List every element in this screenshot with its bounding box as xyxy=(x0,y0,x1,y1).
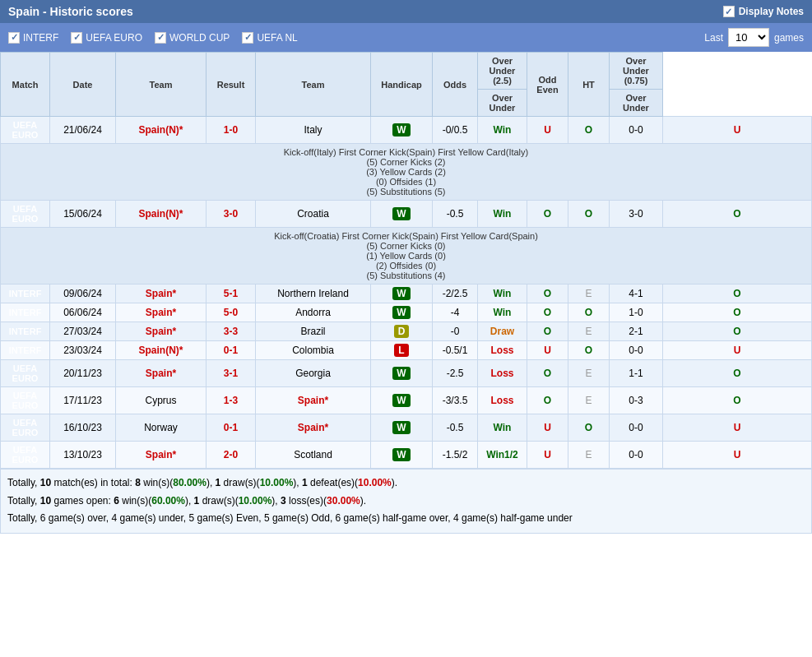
ou25-cell: O xyxy=(527,322,568,341)
last-label: Last xyxy=(704,32,723,44)
handicap-cell: -2/2.5 xyxy=(433,285,478,303)
display-notes-section[interactable]: ✓ Display Notes xyxy=(723,6,804,17)
col-ou075-sub: OverUnder xyxy=(610,90,663,117)
uefa-nl-label: UEFA NL xyxy=(257,32,297,44)
wdl-cell: W xyxy=(371,285,433,303)
team1-cell: Spain* xyxy=(116,285,206,303)
date-cell: 20/11/23 xyxy=(50,360,116,387)
handicap-cell: -0.5/1 xyxy=(433,341,478,360)
date-cell: 21/06/24 xyxy=(50,117,116,144)
odds-cell: Loss xyxy=(478,360,527,387)
match-type-cell: UEFA EURO xyxy=(1,387,50,414)
world-cup-label: WORLD CUP xyxy=(169,32,230,44)
filter-bar: ✓ INTERF ✓ UEFA EURO ✓ WORLD CUP ✓ UEFA … xyxy=(0,23,812,52)
date-cell: 09/06/24 xyxy=(50,285,116,303)
team2-cell: Northern Ireland xyxy=(256,285,371,303)
odds-cell: Win xyxy=(478,117,527,144)
table-row: UEFA EURO 17/11/23 Cyprus 1-3 Spain* W -… xyxy=(1,387,812,414)
ou075-cell: O xyxy=(663,201,812,228)
match-type-cell: INTERF xyxy=(1,322,50,341)
ou25-cell: U xyxy=(527,442,568,469)
col-odd-even: Odd Even xyxy=(527,53,568,117)
col-ou075: Over Under (0.75) xyxy=(610,53,663,90)
ou075-cell: O xyxy=(663,303,812,322)
date-cell: 17/11/23 xyxy=(50,387,116,414)
ht-cell: 1-1 xyxy=(610,360,663,387)
team2-cell: Colombia xyxy=(256,341,371,360)
ou075-cell: U xyxy=(663,341,812,360)
handicap-cell: -2.5 xyxy=(433,360,478,387)
world-cup-checkbox[interactable]: ✓ xyxy=(155,32,166,44)
col-odds: Odds xyxy=(433,53,478,117)
handicap-cell: -0.5 xyxy=(433,414,478,442)
date-cell: 06/06/24 xyxy=(50,303,116,322)
ou25-cell: U xyxy=(527,117,568,144)
uefa-nl-checkbox[interactable]: ✓ xyxy=(242,32,253,44)
page-title: Spain - Historic scores xyxy=(8,5,133,18)
filter-euro[interactable]: ✓ UEFA EURO xyxy=(71,32,142,44)
table-row: INTERF 27/03/24 Spain* 3-3 Brazil D -0 D… xyxy=(1,322,812,341)
interf-label: INTERF xyxy=(23,32,58,44)
table-row: UEFA EURO 20/11/23 Spain* 3-1 Georgia W … xyxy=(1,360,812,387)
odds-cell: Win xyxy=(478,303,527,322)
match-type-cell: UEFA EURO xyxy=(1,442,50,469)
header-bar: Spain - Historic scores ✓ Display Notes xyxy=(0,0,812,23)
result-cell: 2-0 xyxy=(206,442,256,469)
odd-even-cell: E xyxy=(568,360,610,387)
ht-cell: 0-0 xyxy=(610,442,663,469)
display-notes-label: Display Notes xyxy=(739,6,804,17)
euro-label: UEFA EURO xyxy=(86,32,142,44)
filter-interf[interactable]: ✓ INTERF xyxy=(8,32,58,44)
team2-cell: Spain* xyxy=(256,387,371,414)
wdl-cell: D xyxy=(371,322,433,341)
handicap-cell: -0 xyxy=(433,322,478,341)
table-row: UEFA EURO 16/10/23 Norway 0-1 Spain* W -… xyxy=(1,414,812,442)
note-row: Kick-off(Italy) First Corner Kick(Spain)… xyxy=(1,144,812,201)
odds-cell: Win1/2 xyxy=(478,442,527,469)
odd-even-cell: E xyxy=(568,442,610,469)
result-cell: 3-3 xyxy=(206,322,256,341)
table-row: INTERF 06/06/24 Spain* 5-0 Andorra W -4 … xyxy=(1,303,812,322)
wdl-cell: W xyxy=(371,201,433,228)
team1-cell: Spain(N)* xyxy=(116,201,206,228)
handicap-cell: -4 xyxy=(433,303,478,322)
odd-even-cell: E xyxy=(568,387,610,414)
result-cell: 0-1 xyxy=(206,414,256,442)
match-type-cell: UEFA EURO xyxy=(1,201,50,228)
result-cell: 3-1 xyxy=(206,360,256,387)
interf-checkbox[interactable]: ✓ xyxy=(8,32,20,44)
match-type-cell: INTERF xyxy=(1,285,50,303)
ou075-cell: O xyxy=(663,387,812,414)
euro-checkbox[interactable]: ✓ xyxy=(71,32,82,44)
odds-cell: Loss xyxy=(478,341,527,360)
result-cell: 1-0 xyxy=(206,117,256,144)
team2-cell: Spain* xyxy=(256,414,371,442)
filter-world-cup[interactable]: ✓ WORLD CUP xyxy=(155,32,230,44)
date-cell: 16/10/23 xyxy=(50,414,116,442)
ou25-cell: O xyxy=(527,303,568,322)
filter-uefa-nl[interactable]: ✓ UEFA NL xyxy=(242,32,297,44)
team2-cell: Scotland xyxy=(256,442,371,469)
odds-cell: Win xyxy=(478,285,527,303)
match-type-cell: UEFA EURO xyxy=(1,360,50,387)
col-handicap: Handicap xyxy=(371,53,433,117)
ou075-cell: U xyxy=(663,117,812,144)
team2-cell: Croatia xyxy=(256,201,371,228)
team2-cell: Italy xyxy=(256,117,371,144)
table-row: UEFA EURO 15/06/24 Spain(N)* 3-0 Croatia… xyxy=(1,201,812,228)
ht-cell: 4-1 xyxy=(610,285,663,303)
last-section: Last 10 20 30 games xyxy=(704,28,804,47)
display-notes-checkbox[interactable]: ✓ xyxy=(723,6,735,17)
col-date: Date xyxy=(50,53,116,117)
games-label: games xyxy=(774,32,804,44)
result-cell: 1-3 xyxy=(206,387,256,414)
col-ht: HT xyxy=(568,53,610,117)
last-select[interactable]: 10 20 30 xyxy=(728,28,769,47)
ou075-cell: U xyxy=(663,442,812,469)
col-ou25: Over Under (2.5) xyxy=(478,53,527,90)
ou25-cell: O xyxy=(527,387,568,414)
odd-even-cell: O xyxy=(568,117,610,144)
col-result: Result xyxy=(206,53,256,117)
team1-cell: Spain* xyxy=(116,303,206,322)
ou075-cell: O xyxy=(663,360,812,387)
